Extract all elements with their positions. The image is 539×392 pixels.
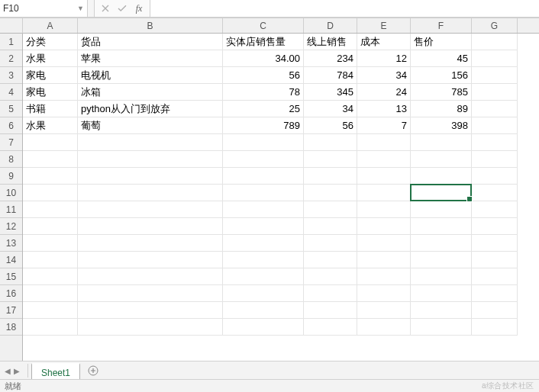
cell-G3[interactable] xyxy=(472,67,518,84)
cell-E5[interactable]: 13 xyxy=(357,101,411,117)
cell-F4[interactable]: 785 xyxy=(411,84,472,101)
cell-C8[interactable] xyxy=(223,151,304,168)
formula-input[interactable] xyxy=(150,0,539,17)
cell-G16[interactable] xyxy=(472,285,518,302)
cell-G11[interactable] xyxy=(472,201,518,218)
row-header-16[interactable]: 16 xyxy=(0,285,22,302)
cell-D3[interactable]: 784 xyxy=(304,67,357,84)
cell-C16[interactable] xyxy=(223,285,304,302)
cell-F18[interactable] xyxy=(411,319,472,336)
cell-B9[interactable] xyxy=(78,168,223,185)
cell-B16[interactable] xyxy=(78,285,223,302)
cell-D13[interactable] xyxy=(304,235,357,252)
column-header-G[interactable]: G xyxy=(472,18,518,33)
column-header-E[interactable]: E xyxy=(357,18,411,33)
cell-F14[interactable] xyxy=(411,252,472,268)
cell-C15[interactable] xyxy=(223,268,304,285)
cell-A5[interactable]: 书籍 xyxy=(23,101,78,117)
cell-B7[interactable] xyxy=(78,134,223,151)
cell-E3[interactable]: 34 xyxy=(357,67,411,84)
cell-F15[interactable] xyxy=(411,268,472,285)
select-all-corner[interactable] xyxy=(0,18,23,34)
cell-A10[interactable] xyxy=(23,185,78,201)
cell-G4[interactable] xyxy=(472,84,518,101)
cell-D18[interactable] xyxy=(304,319,357,336)
cell-C5[interactable]: 25 xyxy=(223,101,304,117)
cell-D16[interactable] xyxy=(304,285,357,302)
cell-E7[interactable] xyxy=(357,134,411,151)
row-header-4[interactable]: 4 xyxy=(0,84,22,101)
cell-B6[interactable]: 葡萄 xyxy=(78,117,223,134)
cell-D9[interactable] xyxy=(304,168,357,185)
cell-A11[interactable] xyxy=(23,201,78,218)
cell-A16[interactable] xyxy=(23,285,78,302)
cell-C9[interactable] xyxy=(223,168,304,185)
cell-D12[interactable] xyxy=(304,218,357,235)
row-header-9[interactable]: 9 xyxy=(0,168,22,185)
name-box-dropdown-icon[interactable]: ▼ xyxy=(77,5,84,12)
cell-C17[interactable] xyxy=(223,302,304,319)
cell-A9[interactable] xyxy=(23,168,78,185)
cell-A13[interactable] xyxy=(23,235,78,252)
cell-E9[interactable] xyxy=(357,168,411,185)
cell-F1[interactable]: 售价 xyxy=(411,34,472,50)
cell-F13[interactable] xyxy=(411,235,472,252)
add-sheet-button[interactable] xyxy=(83,361,103,380)
cell-F2[interactable]: 45 xyxy=(411,50,472,67)
row-header-6[interactable]: 6 xyxy=(0,117,22,134)
row-header-14[interactable]: 14 xyxy=(0,252,22,268)
cell-B8[interactable] xyxy=(78,151,223,168)
cell-C1[interactable]: 实体店销售量 xyxy=(223,34,304,50)
cell-B11[interactable] xyxy=(78,201,223,218)
cell-B4[interactable]: 冰箱 xyxy=(78,84,223,101)
cell-B5[interactable]: python从入门到放弃 xyxy=(78,101,223,117)
row-header-7[interactable]: 7 xyxy=(0,134,22,151)
cell-A17[interactable] xyxy=(23,302,78,319)
column-header-B[interactable]: B xyxy=(78,18,223,33)
cell-B1[interactable]: 货品 xyxy=(78,34,223,50)
cell-D17[interactable] xyxy=(304,302,357,319)
cell-F11[interactable] xyxy=(411,201,472,218)
cell-D10[interactable] xyxy=(304,185,357,201)
cell-F8[interactable] xyxy=(411,151,472,168)
cell-A12[interactable] xyxy=(23,218,78,235)
cell-D7[interactable] xyxy=(304,134,357,151)
cell-C13[interactable] xyxy=(223,235,304,252)
cell-A1[interactable]: 分类 xyxy=(23,34,78,50)
cell-C4[interactable]: 78 xyxy=(223,84,304,101)
cell-B17[interactable] xyxy=(78,302,223,319)
cell-B13[interactable] xyxy=(78,235,223,252)
cell-B2[interactable]: 苹果 xyxy=(78,50,223,67)
cell-C10[interactable] xyxy=(223,185,304,201)
row-header-11[interactable]: 11 xyxy=(0,201,22,218)
cell-B3[interactable]: 电视机 xyxy=(78,67,223,84)
cell-G14[interactable] xyxy=(472,252,518,268)
cell-G10[interactable] xyxy=(472,185,518,201)
cell-D4[interactable]: 345 xyxy=(304,84,357,101)
cell-C3[interactable]: 56 xyxy=(223,67,304,84)
cell-D1[interactable]: 线上销售 xyxy=(304,34,357,50)
cell-E10[interactable] xyxy=(357,185,411,201)
cell-E11[interactable] xyxy=(357,201,411,218)
cell-B14[interactable] xyxy=(78,252,223,268)
cell-D5[interactable]: 34 xyxy=(304,101,357,117)
cell-B12[interactable] xyxy=(78,218,223,235)
cell-G9[interactable] xyxy=(472,168,518,185)
cell-C2[interactable]: 34.00 xyxy=(223,50,304,67)
cell-E18[interactable] xyxy=(357,319,411,336)
cell-F5[interactable]: 89 xyxy=(411,101,472,117)
cell-A18[interactable] xyxy=(23,319,78,336)
cell-E17[interactable] xyxy=(357,302,411,319)
cell-G8[interactable] xyxy=(472,151,518,168)
cell-E2[interactable]: 12 xyxy=(357,50,411,67)
cell-G18[interactable] xyxy=(472,319,518,336)
row-header-10[interactable]: 10 xyxy=(0,185,22,201)
cell-A6[interactable]: 水果 xyxy=(23,117,78,134)
row-header-18[interactable]: 18 xyxy=(0,319,22,336)
cell-B10[interactable] xyxy=(78,185,223,201)
cell-G6[interactable] xyxy=(472,117,518,134)
column-header-F[interactable]: F xyxy=(411,18,472,33)
cell-E16[interactable] xyxy=(357,285,411,302)
cell-B15[interactable] xyxy=(78,268,223,285)
cell-E6[interactable]: 7 xyxy=(357,117,411,134)
